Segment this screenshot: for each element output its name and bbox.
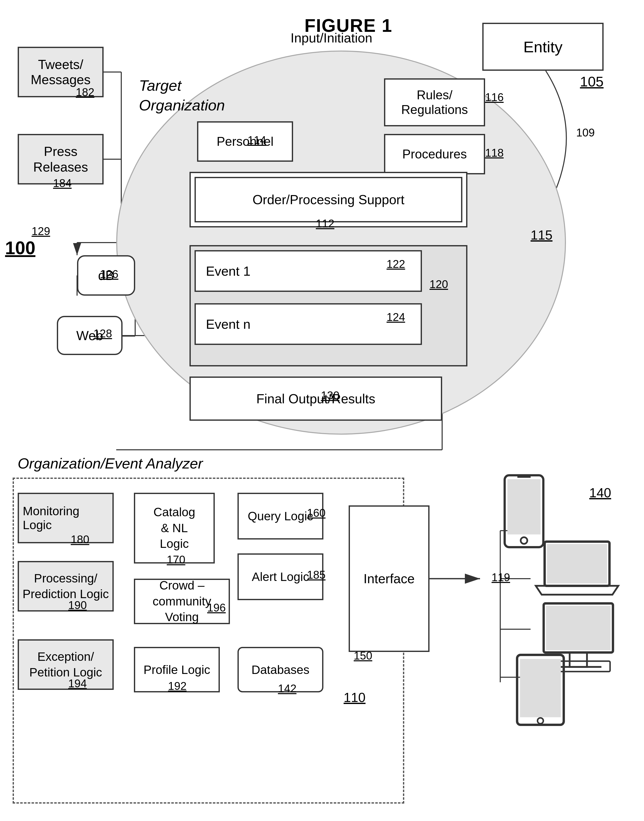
ref-110: 110 [343, 690, 366, 705]
exception-box: Exception/Petition Logic [18, 639, 114, 690]
event-group-ref: 120 [429, 278, 448, 291]
databases-ref: 142 [278, 682, 296, 695]
ops-label: Order/Processing Support [252, 192, 404, 207]
rules-label: Rules/Regulations [401, 88, 468, 117]
crowd-ref: 196 [207, 602, 225, 614]
entity-label: Entity [523, 38, 563, 56]
final-ref: 130 [321, 389, 339, 402]
ref-115: 115 [531, 227, 552, 242]
profile-label: Profile Logic [144, 663, 210, 677]
ref-129: 129 [32, 225, 50, 238]
rules-ref: 116 [485, 91, 503, 104]
query-ref: 160 [307, 506, 325, 519]
svg-point-42 [537, 718, 543, 724]
procedures-box: Procedures [384, 134, 485, 174]
personnel-ref: 114 [248, 134, 266, 147]
monitoring-ref: 180 [71, 533, 89, 546]
interface-label: Interface [363, 571, 415, 586]
entity-ref: 105 [580, 73, 604, 90]
web-box: Web [57, 316, 123, 355]
procedures-ref: 118 [485, 147, 503, 159]
web-ref: 128 [94, 327, 112, 340]
event1-box: Event 1 [195, 250, 422, 292]
ref-119: 119 [492, 571, 510, 584]
interface-ref: 150 [354, 649, 372, 662]
interface-box: Interface [349, 505, 429, 652]
svg-rect-34 [547, 544, 607, 583]
target-org-label: TargetOrganization [139, 76, 225, 115]
final-output-box: Final Output/Results [190, 376, 442, 421]
alert-ref: 185 [307, 569, 325, 581]
ref-140: 140 [589, 485, 611, 500]
laptop-device [533, 538, 621, 604]
org-analyzer-label: Organization/Event Analyzer [18, 455, 203, 472]
eventn-label: Event n [206, 317, 250, 332]
svg-rect-37 [570, 652, 587, 667]
event1-ref: 122 [386, 258, 405, 270]
monitoring-box: Monitoring Logic [18, 493, 114, 543]
personnel-box: Personnel [197, 121, 293, 162]
eventn-ref: 124 [386, 311, 405, 324]
tablet-device [513, 652, 568, 728]
processing-label: Processing/Prediction Logic [23, 571, 109, 602]
ref-109: 109 [576, 126, 595, 139]
exception-label: Exception/Petition Logic [29, 649, 102, 680]
processing-ref: 190 [68, 599, 87, 612]
svg-rect-30 [507, 479, 540, 534]
catalog-ref: 170 [167, 553, 185, 566]
tweets-label: Tweets/Messages [31, 57, 91, 87]
svg-rect-41 [520, 659, 561, 717]
ops-ref: 112 [316, 217, 334, 230]
press-releases-label: Press Releases [19, 144, 102, 175]
monitoring-label: Monitoring Logic [23, 504, 109, 532]
svg-point-31 [521, 537, 527, 544]
eventn-box: Event n [195, 303, 422, 345]
processing-box: Processing/Prediction Logic [18, 561, 114, 612]
query-label: Query Logic [248, 509, 313, 523]
input-initiation-label: Input/Initiation [291, 30, 373, 46]
exception-ref: 194 [68, 677, 87, 690]
final-output-label: Final Output/Results [256, 391, 375, 406]
alert-label: Alert Logic [252, 570, 309, 584]
entity-box: Entity [482, 23, 604, 71]
svg-rect-36 [546, 606, 611, 650]
target-org-text: TargetOrganization [139, 76, 225, 115]
system-ref: 100 [5, 238, 35, 258]
databases-label: Databases [251, 663, 309, 677]
rules-box: Rules/Regulations [384, 78, 485, 126]
catalog-box: Catalog& NLLogic [134, 493, 215, 563]
press-releases-ref: 184 [53, 177, 72, 190]
procedures-label: Procedures [402, 147, 467, 161]
db-ref: 126 [100, 268, 118, 281]
profile-ref: 192 [168, 680, 187, 692]
catalog-label: Catalog& NLLogic [153, 504, 195, 552]
event1-label: Event 1 [206, 264, 250, 279]
tweets-ref: 182 [76, 86, 94, 98]
ops-box: Order/Processing Support [195, 177, 462, 223]
